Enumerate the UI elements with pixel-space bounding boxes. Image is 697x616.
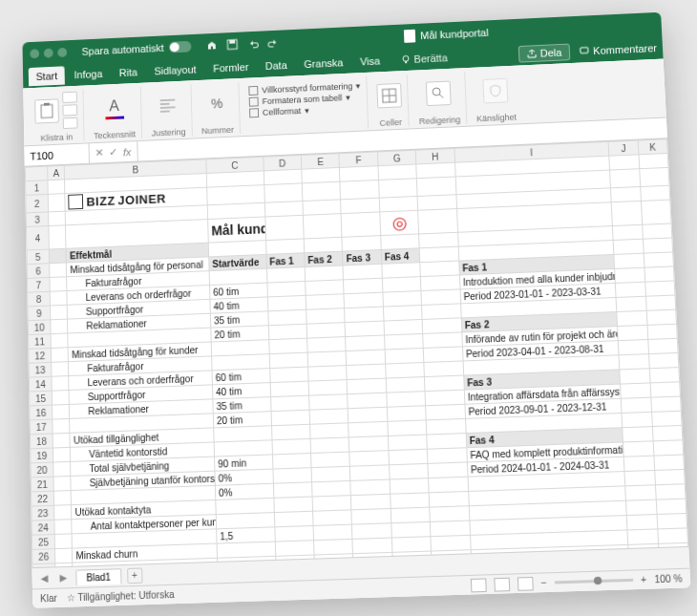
cell[interactable] [346,350,385,366]
cell[interactable] [307,350,347,367]
cell[interactable] [619,353,649,369]
cell[interactable] [52,375,69,391]
cell[interactable] [305,265,344,280]
font-letter-icon[interactable]: A [109,96,119,114]
row-header[interactable]: 27 [32,563,55,566]
cell[interactable] [421,274,460,290]
copy-button[interactable] [62,104,77,116]
cell[interactable] [655,483,686,499]
comments-button[interactable]: Kommentarer [580,42,657,56]
cell[interactable] [212,353,270,370]
cell[interactable] [308,365,348,381]
redo-icon[interactable] [267,36,279,48]
row-header[interactable]: 5 [27,249,50,265]
cell[interactable] [387,391,426,407]
cell[interactable] [303,199,342,214]
close-icon[interactable] [30,49,39,58]
cell[interactable] [420,261,459,277]
cell[interactable] [625,484,656,499]
tab-start[interactable]: Start [29,66,65,86]
cell[interactable]: 20 tim [211,325,269,341]
window-controls[interactable] [30,47,67,57]
cell[interactable]: 1,5 [217,526,275,542]
editing-button[interactable] [426,80,452,106]
cell[interactable]: Fas 3 [343,249,382,266]
cell[interactable] [419,232,458,248]
cell[interactable] [350,479,390,496]
zoom-in-button[interactable]: + [641,574,647,585]
cell[interactable] [646,309,677,325]
tab-formler[interactable]: Formler [205,56,256,77]
cell[interactable] [382,276,421,292]
cell[interactable] [619,339,649,354]
cell[interactable] [423,346,462,362]
cell[interactable] [309,408,348,424]
cell[interactable] [616,282,645,297]
cell[interactable] [310,422,349,438]
cell[interactable] [389,449,428,465]
cells-button[interactable] [377,82,403,108]
tab-visa[interactable]: Visa [352,51,388,71]
cell[interactable]: 40 tim [210,296,268,312]
cell[interactable] [383,305,422,321]
cell[interactable] [306,279,345,294]
cell[interactable] [418,208,457,233]
cell[interactable] [307,336,347,352]
cell[interactable] [51,332,68,348]
cell[interactable] [271,424,310,440]
cell[interactable] [268,338,307,354]
cell[interactable] [52,390,69,405]
cell[interactable] [351,508,391,524]
cell[interactable] [640,185,669,201]
cell[interactable] [429,477,469,493]
cell[interactable] [641,200,671,224]
cell[interactable]: Fas 2 [305,251,344,266]
cell[interactable] [53,447,71,462]
cell[interactable] [613,239,643,254]
row-header[interactable]: 13 [29,362,52,377]
cell[interactable] [302,181,341,201]
cell[interactable] [609,154,639,169]
row-header[interactable]: 3 [26,211,49,226]
cell[interactable] [654,469,685,484]
cell[interactable] [53,461,71,477]
row-header[interactable]: 26 [32,548,55,563]
cell[interactable] [207,184,264,204]
cell[interactable] [611,201,642,225]
row-header[interactable]: 9 [28,305,51,320]
select-all-corner[interactable] [25,166,48,181]
cell[interactable] [52,361,69,376]
cell[interactable] [428,461,468,478]
row-header[interactable]: 19 [31,447,53,462]
cell[interactable] [627,528,658,543]
cell[interactable] [214,439,272,456]
cell[interactable] [303,213,342,238]
cell[interactable] [383,290,422,307]
cell[interactable]: 40 tim [212,382,270,398]
cell[interactable] [311,452,350,468]
cell[interactable] [49,211,66,225]
cell[interactable] [267,281,306,296]
save-icon[interactable] [226,38,238,50]
sensitivity-button[interactable] [482,77,508,103]
cell[interactable] [428,447,467,463]
cell[interactable] [388,435,427,451]
cell[interactable] [639,167,669,186]
home-icon[interactable] [205,39,217,51]
cell[interactable] [53,418,70,434]
row-header[interactable]: 24 [32,520,54,535]
cell[interactable] [306,293,345,309]
cut-button[interactable] [62,91,77,102]
cell[interactable] [417,194,456,210]
cell[interactable] [645,295,676,310]
tab-rita[interactable]: Rita [112,62,145,82]
cell[interactable] [348,421,388,437]
name-box[interactable]: T100 [24,143,90,165]
cell[interactable] [624,456,655,471]
cell[interactable] [54,490,72,505]
row-header[interactable]: 11 [29,333,52,349]
cell[interactable] [627,514,658,529]
cell[interactable] [426,404,465,420]
row-header[interactable]: 12 [29,348,52,363]
cell[interactable] [610,168,640,187]
